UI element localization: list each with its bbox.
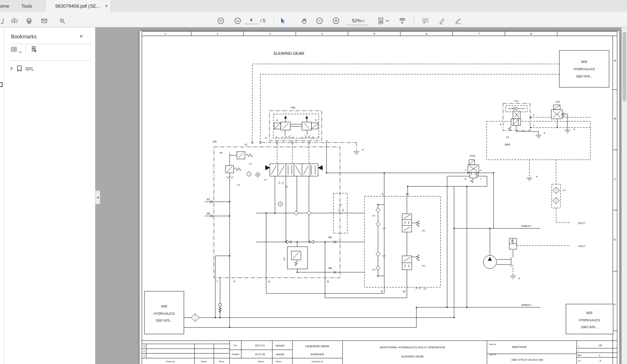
search-button[interactable] (57, 15, 68, 26)
schematic-label: SEE (161, 304, 167, 308)
schematic-label: MA (328, 267, 332, 269)
schematic-label: B1 (403, 290, 406, 293)
save-icon-partial (0, 17, 4, 24)
schematic-label: 0,6 (237, 184, 240, 186)
bookmark-icon (17, 65, 22, 72)
hydraulic-motor (483, 238, 517, 269)
schematic-label: MS (328, 236, 332, 239)
close-tab-icon[interactable]: × (103, 2, 110, 10)
toolbar (0, 12, 627, 27)
comment-button[interactable] (420, 15, 431, 26)
divider (26, 46, 26, 53)
schematic-label: a (544, 132, 545, 134)
zoom-in-button[interactable] (331, 15, 341, 26)
circuit-lines (184, 114, 567, 327)
document-tab-title: 983079408.pdf (SE... (55, 3, 100, 9)
schematic-label: 12 (279, 203, 282, 205)
schematic-label: B (381, 290, 383, 293)
arrow-down-circle-icon (234, 17, 242, 25)
schematic-label: 3367-970... (576, 75, 593, 78)
highlight-button[interactable] (436, 15, 447, 26)
schematic-label: 1 (143, 354, 145, 357)
schematic-label: a (518, 277, 520, 280)
hand-tool-button[interactable] (299, 15, 310, 26)
pointer-icon (279, 17, 286, 25)
schematic-label: + (578, 350, 579, 352)
schematic-label: 1 (165, 32, 166, 35)
schematic-label: 983079408 (512, 345, 527, 349)
schematic-label: von (578, 360, 581, 362)
dolly-valve-assembly (338, 208, 421, 289)
collapse-panel-handle[interactable]: ◄ (95, 190, 100, 204)
schematic-label: 4 (599, 354, 600, 357)
close-panel-button[interactable]: × (76, 32, 86, 41)
highlighter-icon (438, 17, 446, 25)
schematic-label: B (614, 117, 616, 120)
bookmark-options-button[interactable] (10, 46, 18, 54)
zoom-out-button[interactable] (314, 15, 325, 26)
schematic-label: 8 (530, 32, 532, 35)
plus-circle-icon (332, 17, 340, 25)
vertical-scrollbar[interactable] (622, 27, 627, 364)
schematic-label: A1 (406, 193, 409, 195)
email-icon (40, 17, 48, 25)
schematic-label: -Y109 (469, 155, 475, 157)
valve-y20 (551, 105, 564, 119)
schematic-label: Datum (258, 360, 264, 363)
toolbar-divider (273, 16, 274, 26)
sign-pen-icon (454, 17, 462, 25)
schematic-label: P (480, 169, 482, 171)
previous-page-button[interactable] (215, 15, 226, 26)
schematic-label: 24.07.06 (255, 353, 265, 356)
cloud-upload-button[interactable] (9, 15, 20, 26)
schematic-label: E (614, 238, 616, 241)
next-page-button[interactable] (232, 15, 243, 26)
select-tool-button[interactable] (277, 15, 288, 26)
zoom-dropdown-button[interactable] (360, 15, 366, 26)
tab-tools[interactable]: Tools (21, 3, 32, 9)
save-button[interactable] (0, 15, 6, 26)
schematic-label: SEE (586, 311, 593, 315)
schematic-label: X1/3.7 (578, 222, 585, 224)
zoom-level-label[interactable]: 52% (347, 18, 361, 23)
schematic-label: Name (219, 360, 224, 363)
schematic-label: SEE (581, 60, 588, 64)
document-tab[interactable]: 983079408.pdf (SE... × (45, 0, 111, 12)
scrolling-mode-button[interactable] (397, 15, 408, 26)
tab-home[interactable]: ome (0, 3, 9, 9)
fit-width-icon (377, 17, 385, 25)
schematic-label: B (312, 136, 314, 139)
scrollbar-thumb[interactable] (623, 32, 626, 101)
schematic-label: B (465, 178, 466, 180)
schematic-label: P (234, 280, 235, 283)
schematic-label: T (533, 124, 535, 126)
sign-button[interactable] (453, 15, 464, 26)
email-button[interactable] (39, 15, 50, 26)
print-icon (25, 17, 33, 25)
fit-width-dropdown-button[interactable] (385, 15, 390, 26)
schematic-label: EHINGEN (311, 353, 324, 356)
schematic-label: BAR (505, 143, 510, 146)
schematic-label: a (574, 128, 575, 130)
a9-internals (210, 152, 336, 312)
schematic-label: A (268, 280, 270, 283)
schematic-label: ADDITIONAL HYDRAULICS DOLLY OPERATION (380, 346, 445, 349)
schematic-label: 0,4 (382, 227, 385, 230)
schematic-label: b (315, 119, 317, 121)
schematic-label: X2/3.7 (578, 245, 585, 247)
schematic-label: lweryd0 (276, 344, 284, 347)
print-button[interactable] (23, 15, 34, 26)
pdf-page[interactable]: 12345678ABCEFSLEWING GEARSEEHYDRAULICS33… (140, 31, 619, 364)
schematic-label: VR (598, 344, 602, 347)
schematic-label: 0,6 (249, 163, 252, 165)
nav-pane-icon-partial[interactable] (0, 82, 3, 87)
schematic-label: B (327, 280, 329, 283)
new-bookmark-button[interactable] (30, 45, 38, 54)
schematic-label: A (382, 193, 384, 195)
schematic-label: T (480, 178, 482, 180)
page-number-input[interactable] (244, 16, 258, 24)
options-dropdown[interactable] (19, 48, 22, 55)
schematic-label: 4 (321, 32, 323, 35)
schematic-label: A (465, 169, 466, 171)
schematic-label: SLEWING GEAR (273, 51, 305, 56)
